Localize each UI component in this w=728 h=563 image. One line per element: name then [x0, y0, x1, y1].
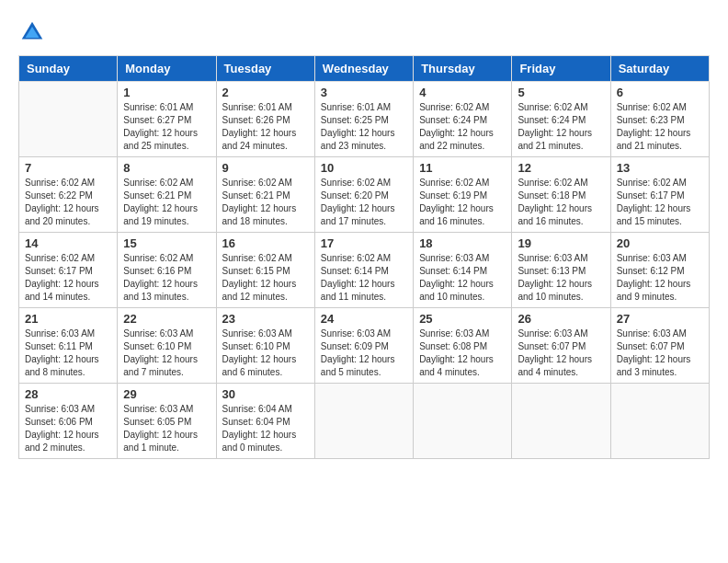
- day-number: 27: [617, 312, 703, 326]
- calendar-week-3: 14Sunrise: 6:02 AM Sunset: 6:17 PM Dayli…: [19, 233, 710, 308]
- calendar-table: SundayMondayTuesdayWednesdayThursdayFrid…: [18, 55, 710, 459]
- calendar-cell: 12Sunrise: 6:02 AM Sunset: 6:18 PM Dayli…: [512, 157, 610, 233]
- calendar-cell: 27Sunrise: 6:03 AM Sunset: 6:07 PM Dayli…: [610, 308, 709, 384]
- day-number: 20: [617, 236, 703, 250]
- calendar-cell: 21Sunrise: 6:03 AM Sunset: 6:11 PM Dayli…: [19, 308, 118, 384]
- calendar-cell: 11Sunrise: 6:02 AM Sunset: 6:19 PM Dayli…: [414, 157, 512, 233]
- weekday-header-row: SundayMondayTuesdayWednesdayThursdayFrid…: [19, 56, 710, 82]
- day-detail: Sunrise: 6:03 AM Sunset: 6:11 PM Dayligh…: [25, 327, 111, 379]
- day-number: 23: [222, 312, 309, 326]
- day-number: 26: [518, 312, 604, 326]
- day-detail: Sunrise: 6:02 AM Sunset: 6:17 PM Dayligh…: [25, 252, 111, 304]
- calendar-cell: [414, 384, 512, 459]
- calendar-cell: 17Sunrise: 6:02 AM Sunset: 6:14 PM Dayli…: [314, 233, 413, 308]
- day-number: 25: [419, 312, 506, 326]
- day-number: 3: [321, 86, 407, 99]
- day-number: 1: [123, 86, 210, 99]
- day-detail: Sunrise: 6:02 AM Sunset: 6:22 PM Dayligh…: [25, 177, 111, 228]
- weekday-header-tuesday: Tuesday: [216, 56, 314, 82]
- calendar-cell: 29Sunrise: 6:03 AM Sunset: 6:05 PM Dayli…: [118, 384, 216, 459]
- calendar-cell: 19Sunrise: 6:03 AM Sunset: 6:13 PM Dayli…: [512, 233, 610, 308]
- calendar-cell: 24Sunrise: 6:03 AM Sunset: 6:09 PM Dayli…: [314, 308, 413, 384]
- day-number: 15: [123, 236, 210, 250]
- calendar-week-2: 7Sunrise: 6:02 AM Sunset: 6:22 PM Daylig…: [19, 157, 710, 233]
- day-number: 18: [419, 236, 506, 250]
- day-detail: Sunrise: 6:02 AM Sunset: 6:19 PM Dayligh…: [419, 177, 506, 228]
- day-number: 24: [321, 312, 407, 326]
- day-detail: Sunrise: 6:02 AM Sunset: 6:20 PM Dayligh…: [321, 177, 407, 228]
- weekday-header-monday: Monday: [118, 56, 216, 82]
- calendar-cell: 26Sunrise: 6:03 AM Sunset: 6:07 PM Dayli…: [512, 308, 610, 384]
- calendar-cell: [19, 82, 118, 157]
- day-number: 22: [123, 312, 210, 326]
- day-detail: Sunrise: 6:02 AM Sunset: 6:17 PM Dayligh…: [617, 177, 703, 228]
- day-number: 28: [25, 387, 111, 401]
- day-detail: Sunrise: 6:02 AM Sunset: 6:15 PM Dayligh…: [222, 252, 309, 304]
- logo: [18, 18, 50, 46]
- calendar-cell: 18Sunrise: 6:03 AM Sunset: 6:14 PM Dayli…: [414, 233, 512, 308]
- day-number: 7: [25, 161, 111, 175]
- day-number: 30: [222, 387, 309, 401]
- day-detail: Sunrise: 6:03 AM Sunset: 6:05 PM Dayligh…: [123, 403, 210, 454]
- calendar-cell: [512, 384, 610, 459]
- day-number: 21: [25, 312, 111, 326]
- calendar-cell: 10Sunrise: 6:02 AM Sunset: 6:20 PM Dayli…: [314, 157, 413, 233]
- calendar-cell: 23Sunrise: 6:03 AM Sunset: 6:10 PM Dayli…: [216, 308, 314, 384]
- day-detail: Sunrise: 6:01 AM Sunset: 6:27 PM Dayligh…: [123, 101, 210, 153]
- calendar-cell: 16Sunrise: 6:02 AM Sunset: 6:15 PM Dayli…: [216, 233, 314, 308]
- weekday-header-friday: Friday: [512, 56, 610, 82]
- weekday-header-wednesday: Wednesday: [314, 56, 413, 82]
- calendar-cell: 30Sunrise: 6:04 AM Sunset: 6:04 PM Dayli…: [216, 384, 314, 459]
- calendar-week-1: 1Sunrise: 6:01 AM Sunset: 6:27 PM Daylig…: [19, 82, 710, 157]
- day-detail: Sunrise: 6:01 AM Sunset: 6:25 PM Dayligh…: [321, 101, 407, 153]
- day-detail: Sunrise: 6:03 AM Sunset: 6:08 PM Dayligh…: [419, 327, 506, 379]
- day-detail: Sunrise: 6:02 AM Sunset: 6:16 PM Dayligh…: [123, 252, 210, 304]
- calendar-cell: 15Sunrise: 6:02 AM Sunset: 6:16 PM Dayli…: [118, 233, 216, 308]
- calendar-cell: 25Sunrise: 6:03 AM Sunset: 6:08 PM Dayli…: [414, 308, 512, 384]
- day-detail: Sunrise: 6:03 AM Sunset: 6:10 PM Dayligh…: [222, 327, 309, 379]
- calendar-cell: 22Sunrise: 6:03 AM Sunset: 6:10 PM Dayli…: [118, 308, 216, 384]
- calendar-cell: 28Sunrise: 6:03 AM Sunset: 6:06 PM Dayli…: [19, 384, 118, 459]
- calendar-cell: 3Sunrise: 6:01 AM Sunset: 6:25 PM Daylig…: [314, 82, 413, 157]
- day-detail: Sunrise: 6:03 AM Sunset: 6:06 PM Dayligh…: [25, 403, 111, 454]
- logo-icon: [18, 18, 46, 46]
- calendar-cell: 9Sunrise: 6:02 AM Sunset: 6:21 PM Daylig…: [216, 157, 314, 233]
- day-number: 2: [222, 86, 309, 99]
- day-detail: Sunrise: 6:03 AM Sunset: 6:09 PM Dayligh…: [321, 327, 407, 379]
- day-number: 12: [518, 161, 604, 175]
- calendar-cell: 5Sunrise: 6:02 AM Sunset: 6:24 PM Daylig…: [512, 82, 610, 157]
- day-number: 17: [321, 236, 407, 250]
- day-detail: Sunrise: 6:02 AM Sunset: 6:24 PM Dayligh…: [419, 101, 506, 153]
- day-number: 6: [617, 86, 703, 99]
- day-detail: Sunrise: 6:01 AM Sunset: 6:26 PM Dayligh…: [222, 101, 309, 153]
- day-detail: Sunrise: 6:02 AM Sunset: 6:23 PM Dayligh…: [617, 101, 703, 153]
- day-detail: Sunrise: 6:03 AM Sunset: 6:12 PM Dayligh…: [617, 252, 703, 304]
- day-detail: Sunrise: 6:02 AM Sunset: 6:14 PM Dayligh…: [321, 252, 407, 304]
- day-detail: Sunrise: 6:04 AM Sunset: 6:04 PM Dayligh…: [222, 403, 309, 454]
- day-detail: Sunrise: 6:02 AM Sunset: 6:18 PM Dayligh…: [518, 177, 604, 228]
- day-number: 9: [222, 161, 309, 175]
- day-detail: Sunrise: 6:02 AM Sunset: 6:21 PM Dayligh…: [222, 177, 309, 228]
- calendar-cell: 7Sunrise: 6:02 AM Sunset: 6:22 PM Daylig…: [19, 157, 118, 233]
- calendar-cell: 8Sunrise: 6:02 AM Sunset: 6:21 PM Daylig…: [118, 157, 216, 233]
- calendar-week-4: 21Sunrise: 6:03 AM Sunset: 6:11 PM Dayli…: [19, 308, 710, 384]
- calendar-cell: [610, 384, 709, 459]
- day-number: 13: [617, 161, 703, 175]
- calendar-cell: 14Sunrise: 6:02 AM Sunset: 6:17 PM Dayli…: [19, 233, 118, 308]
- day-number: 29: [123, 387, 210, 401]
- day-detail: Sunrise: 6:02 AM Sunset: 6:21 PM Dayligh…: [123, 177, 210, 228]
- day-detail: Sunrise: 6:03 AM Sunset: 6:07 PM Dayligh…: [617, 327, 703, 379]
- day-number: 8: [123, 161, 210, 175]
- day-number: 10: [321, 161, 407, 175]
- day-number: 19: [518, 236, 604, 250]
- day-number: 16: [222, 236, 309, 250]
- weekday-header-saturday: Saturday: [610, 56, 709, 82]
- day-number: 14: [25, 236, 111, 250]
- calendar-cell: 1Sunrise: 6:01 AM Sunset: 6:27 PM Daylig…: [118, 82, 216, 157]
- day-detail: Sunrise: 6:03 AM Sunset: 6:13 PM Dayligh…: [518, 252, 604, 304]
- day-detail: Sunrise: 6:03 AM Sunset: 6:14 PM Dayligh…: [419, 252, 506, 304]
- day-detail: Sunrise: 6:03 AM Sunset: 6:07 PM Dayligh…: [518, 327, 604, 379]
- day-number: 5: [518, 86, 604, 99]
- day-number: 11: [419, 161, 506, 175]
- calendar-cell: 6Sunrise: 6:02 AM Sunset: 6:23 PM Daylig…: [610, 82, 709, 157]
